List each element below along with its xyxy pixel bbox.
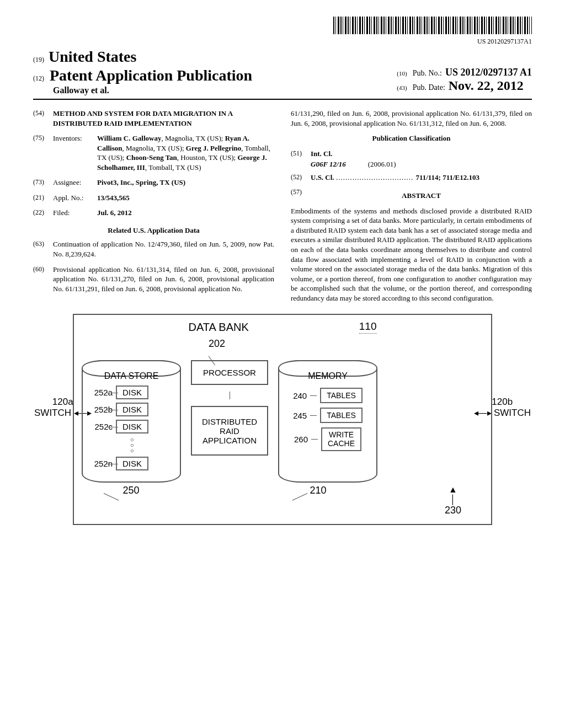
pub-type-code: (12) [33, 74, 44, 83]
datastore-cylinder: DATA STORE 252a DISK 252b DISK 252c DISK… [82, 360, 181, 483]
intcl-code: (51) [291, 149, 311, 159]
leader-line-icon [104, 493, 119, 501]
barcode [333, 17, 532, 34]
filed-code: (22) [33, 208, 53, 218]
connector-line-icon [230, 392, 230, 399]
abstract-code: (57) [291, 188, 311, 204]
appl-label: Appl. No.: [53, 193, 97, 203]
app-box: DISTRIBUTED RAID APPLICATION [191, 406, 268, 456]
prov-text-cont: 61/131,290, filed on Jun. 6, 2008, provi… [291, 109, 532, 128]
cont-text: Continuation of application No. 12/479,3… [53, 239, 274, 259]
wc-line1: WRITE [329, 430, 354, 439]
authors-line: Galloway et al. [53, 85, 386, 95]
inventors-code: (75) [33, 133, 53, 172]
fig-ref-230-group: ▲│ 230 [445, 485, 461, 516]
mem-label-260: 260 [294, 435, 308, 444]
right-switch-label: SWITCH [494, 408, 531, 418]
uscl-label: U.S. Cl. [311, 173, 334, 181]
pub-no-code: (10) [397, 70, 407, 77]
assignee-label: Assignee: [53, 178, 97, 188]
figure-databank: DATA BANK 110 202 DATA STORE 252a DISK 2… [73, 314, 492, 525]
mem-label-245: 245 [293, 411, 307, 420]
abstract-text: Embodiments of the systems and methods d… [291, 206, 532, 303]
prov-text: Provisional application No. 61/131,314, … [53, 265, 274, 294]
uscl-value: 711/114; 711/E12.103 [415, 173, 479, 181]
memory-cylinder: MEMORY 240 TABLES 245 TABLES 260 WRITE [278, 360, 377, 483]
leader-line-icon [292, 493, 308, 501]
cont-code: (63) [33, 239, 53, 259]
assignee-code: (73) [33, 178, 53, 188]
arrow-up-icon: ▲│ [445, 485, 461, 505]
related-heading: Related U.S. Application Data [33, 226, 274, 235]
pub-date-code: (43) [397, 84, 407, 91]
abstract-heading: ABSTRACT [311, 191, 532, 201]
memory-title: MEMORY [285, 371, 371, 381]
fig-ref-210-group: 210 [291, 485, 327, 516]
disk-ellipsis: ○○○ [130, 437, 174, 453]
pub-no: US 2012/0297137 A1 [445, 67, 532, 78]
mem-box-writecache: WRITE CACHE [321, 427, 361, 451]
connector-icon [310, 415, 317, 416]
left-switch-label: SWITCH [34, 408, 71, 418]
fig-ref-202: 202 [209, 338, 225, 349]
disk-box-a: DISK [116, 386, 148, 399]
mem-label-240: 240 [293, 391, 307, 400]
fig-ref-250-group: 250 [104, 485, 140, 516]
disk-box-b: DISK [116, 403, 148, 416]
fig-ref-250: 250 [122, 485, 139, 496]
pub-no-label: Pub. No.: [413, 69, 442, 78]
connector-icon [310, 395, 317, 396]
filed-value: Jul. 6, 2012 [97, 208, 274, 218]
intcl-year: (2006.01) [368, 159, 396, 169]
processor-box: PROCESSOR [191, 360, 268, 385]
country-code: (19) [33, 56, 44, 63]
inventors-value: William C. Galloway, Magnolia, TX (US); … [97, 133, 274, 172]
mem-box-tables2: TABLES [320, 408, 363, 423]
prov-code: (60) [33, 265, 53, 294]
mem-box-tables1: TABLES [320, 388, 363, 403]
datastore-title: DATA STORE [88, 371, 174, 381]
inventors-label: Inventors: [53, 133, 97, 172]
uscl-code: (52) [291, 173, 311, 183]
fig-ref-230: 230 [445, 505, 461, 516]
fig-ref-110: 110 [359, 320, 377, 334]
fig-ref-210: 210 [310, 485, 326, 496]
pubclass-heading: Publication Classification [291, 133, 532, 143]
wc-line2: CACHE [328, 439, 355, 448]
appl-code: (21) [33, 193, 53, 203]
assignee-value: Pivot3, Inc., Spring, TX (US) [97, 178, 274, 188]
barcode-text: US 20120297137A1 [33, 38, 532, 46]
intcl-label: Int. Cl. [311, 149, 532, 159]
uscl-dots [336, 173, 416, 181]
disk-box-c: DISK [116, 420, 148, 433]
fig-title: DATA BANK [189, 321, 249, 334]
invention-title: METHOD AND SYSTEM FOR DATA MIGRATION IN … [53, 109, 274, 128]
pub-date-label: Pub. Date: [413, 83, 445, 92]
country-name: United States [49, 48, 136, 65]
title-code: (54) [33, 109, 53, 128]
disk-box-n: DISK [116, 457, 148, 470]
country-row: (19) United States [33, 48, 532, 66]
intcl-class: G06F 12/16 [311, 159, 346, 169]
pub-date: Nov. 22, 2012 [449, 78, 524, 93]
appl-value: 13/543,565 [97, 193, 274, 203]
pub-type: Patent Application Publication [50, 67, 252, 84]
connector-icon [311, 439, 318, 440]
filed-label: Filed: [53, 208, 97, 218]
